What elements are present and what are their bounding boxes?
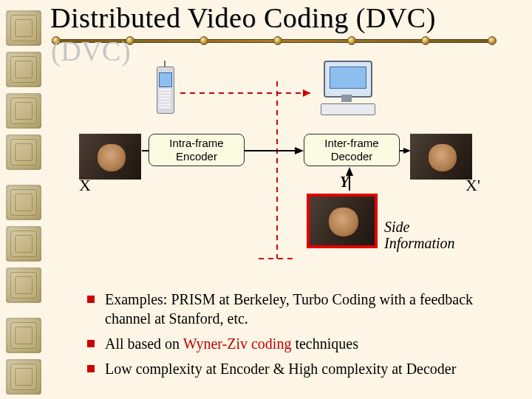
bullet-icon xyxy=(87,296,95,303)
source-image xyxy=(79,134,141,180)
bullet-icon xyxy=(87,365,95,372)
bullet-list: Examples: PRISM at Berkeley, Turbo Codin… xyxy=(75,290,504,384)
svg-marker-6 xyxy=(295,147,304,154)
ornament-icon xyxy=(6,93,41,129)
y-label: Y xyxy=(340,174,349,191)
bullet-text: techniques xyxy=(291,335,358,352)
ornament-icon xyxy=(6,185,41,220)
ornament-icon xyxy=(6,226,41,262)
ornament-icon xyxy=(6,318,41,353)
ornament-icon xyxy=(6,134,41,170)
bullet-text: All based on xyxy=(105,335,183,352)
side-info-l1: Side xyxy=(384,219,409,235)
ornament-icon xyxy=(6,267,41,303)
reconstructed-image xyxy=(410,134,472,180)
wyner-ziv-text: Wyner-Ziv coding xyxy=(183,335,292,352)
ornament-icon xyxy=(6,10,41,46)
side-info-l2: Information xyxy=(384,235,455,251)
decoder-block: Inter-frame Decoder xyxy=(304,134,400,166)
bullet-text: Low complexity at Encoder & High complex… xyxy=(105,361,456,377)
encoder-label: Intra-frame Encoder xyxy=(169,137,223,163)
phone-icon xyxy=(149,61,179,121)
computer-icon xyxy=(318,58,380,124)
ornament-icon xyxy=(6,359,41,395)
list-item: Low complexity at Encoder & High complex… xyxy=(105,359,504,378)
list-item: All based on Wyner-Ziv coding techniques xyxy=(105,334,504,353)
decoder-label: Inter-frame Decoder xyxy=(324,137,378,163)
list-item: Examples: PRISM at Berkeley, Turbo Codin… xyxy=(105,290,504,328)
side-info-image xyxy=(307,194,378,248)
page-title: Distributed Video Coding (DVC) Distribut… xyxy=(50,1,436,34)
bullet-text: Examples: PRISM at Berkeley, Turbo Codin… xyxy=(105,291,473,327)
title-text: Distributed Video Coding (DVC) xyxy=(50,2,436,33)
bullet-icon xyxy=(87,340,95,347)
ornament-icon xyxy=(6,52,41,87)
svg-marker-1 xyxy=(303,89,310,97)
side-info-label: Side Information xyxy=(384,219,455,251)
encoder-block: Intra-frame Encoder xyxy=(149,134,245,166)
